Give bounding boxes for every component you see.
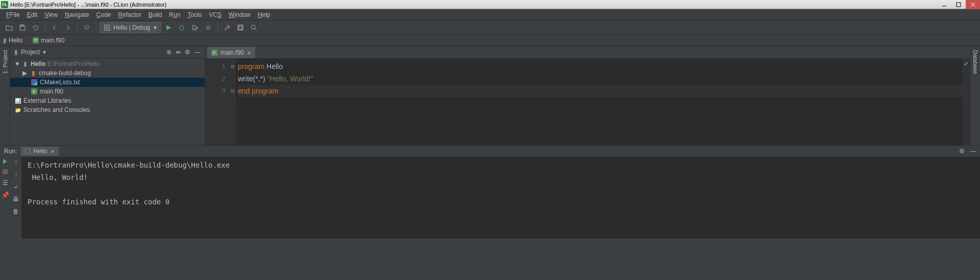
- breadcrumb: ▮ Hello 〉 F main.f90: [0, 35, 980, 46]
- rerun-button[interactable]: [3, 159, 8, 164]
- close-tab-icon[interactable]: ✕: [51, 149, 55, 154]
- svg-point-11: [195, 28, 198, 31]
- forward-icon[interactable]: [62, 22, 74, 33]
- run-config-selector[interactable]: Hello | Debug ▾: [100, 22, 161, 33]
- tree-external-libs[interactable]: External Libraries: [10, 96, 205, 105]
- search-icon[interactable]: [248, 22, 260, 33]
- svg-line-16: [255, 29, 257, 31]
- project-tree[interactable]: ▼ ▮ Hello E:\FortranPro\Hello ▶ ▮ cmake-…: [10, 58, 205, 145]
- back-icon[interactable]: [48, 22, 61, 33]
- menu-window[interactable]: Window: [226, 10, 254, 19]
- svg-rect-1: [957, 3, 961, 7]
- coverage-button[interactable]: [189, 22, 201, 33]
- gear-icon[interactable]: ⚙: [185, 49, 190, 56]
- locate-icon[interactable]: ⊕: [166, 49, 172, 56]
- menu-vcs[interactable]: VCS: [206, 10, 225, 19]
- tree-file-main[interactable]: F main.f90: [10, 87, 205, 96]
- collapse-icon[interactable]: ⇹: [176, 49, 181, 56]
- tree-scratches[interactable]: Scratches and Consoles: [10, 105, 205, 114]
- pin-icon[interactable]: 📌: [2, 192, 9, 199]
- fold-gutter[interactable]: ⊟ ⊟: [230, 58, 236, 145]
- wrap-icon[interactable]: ⤶: [13, 183, 18, 191]
- print-icon[interactable]: 🖶: [13, 196, 19, 203]
- crumb-file[interactable]: F main.f90: [33, 37, 64, 44]
- folder-icon: ▮: [3, 37, 7, 44]
- svg-rect-4: [21, 25, 23, 27]
- panel-title: Project: [21, 49, 40, 56]
- debug-button[interactable]: [176, 22, 188, 33]
- menu-build[interactable]: Build: [145, 10, 165, 19]
- refresh-icon[interactable]: [30, 22, 42, 33]
- target-icon: [25, 149, 30, 154]
- window-title: Hello [E:\FortranPro\Hello] - ...\main.f…: [10, 2, 166, 8]
- right-tool-strip: Database: [970, 46, 980, 145]
- menu-help[interactable]: Help: [255, 10, 274, 19]
- trash-icon[interactable]: 🗑: [13, 208, 19, 215]
- left-tool-strip: 1: Project: [0, 46, 10, 145]
- tree-file-cmakelists[interactable]: CMakeLists.txt: [10, 78, 205, 87]
- svg-point-15: [251, 25, 255, 29]
- run-label: Run:: [4, 148, 17, 155]
- target-icon: [104, 25, 110, 31]
- hide-icon[interactable]: —: [970, 148, 976, 155]
- menu-code[interactable]: Code: [93, 10, 114, 19]
- editor-tab-main[interactable]: F main.f90 ✕: [207, 47, 255, 58]
- up-icon[interactable]: ↑: [14, 159, 17, 166]
- editor-body[interactable]: 1 2 3 ⊟ ⊟ program Hellowrite(*,*) "Hello…: [205, 58, 970, 145]
- minimize-button[interactable]: [937, 0, 951, 9]
- fortran-file-icon: F: [33, 37, 39, 43]
- stop-button[interactable]: [202, 22, 214, 33]
- menu-navigate[interactable]: Navigate: [62, 10, 92, 19]
- svg-rect-12: [206, 26, 210, 30]
- build-icon[interactable]: [81, 22, 93, 33]
- hide-icon[interactable]: —: [194, 49, 201, 56]
- fold-start-icon: ⊟: [230, 60, 236, 73]
- scratch-icon: [14, 107, 21, 113]
- svg-rect-17: [25, 149, 30, 154]
- project-tool-tab[interactable]: 1: Project: [2, 48, 8, 76]
- fortran-file-icon: F: [31, 88, 37, 95]
- menu-bar: FFileFile Edit View Navigate Code Refact…: [0, 9, 980, 20]
- fold-end-icon: ⊟: [230, 85, 236, 97]
- run-tool-col-primary: ☱ 📌: [0, 157, 10, 239]
- down-icon[interactable]: ↓: [14, 171, 17, 178]
- gear-icon[interactable]: ⚙: [959, 148, 965, 155]
- marker-strip: ✔: [963, 58, 970, 145]
- close-button[interactable]: [966, 0, 980, 9]
- menu-edit[interactable]: Edit: [24, 10, 41, 19]
- menu-view[interactable]: View: [41, 10, 61, 19]
- ide-settings-icon[interactable]: [234, 22, 247, 33]
- maximize-button[interactable]: [951, 0, 966, 9]
- layout-icon[interactable]: ☱: [3, 179, 8, 186]
- open-file-icon[interactable]: [3, 22, 15, 33]
- close-tab-icon[interactable]: ✕: [247, 50, 251, 56]
- cmake-icon: [31, 79, 37, 85]
- code-area[interactable]: program Hellowrite(*,*) "Hello, World!"e…: [236, 58, 963, 145]
- analysis-ok-icon: ✔: [964, 60, 969, 67]
- database-tool-tab[interactable]: Database: [972, 48, 978, 76]
- chevron-down-icon: ▾: [154, 24, 157, 31]
- menu-run[interactable]: Run: [166, 10, 183, 19]
- stop-button[interactable]: [3, 169, 8, 174]
- run-tool-col-secondary: ↑ ↓ ⤶ 🖶 🗑: [10, 157, 21, 239]
- fortran-file-icon: F: [211, 50, 217, 56]
- wrench-icon[interactable]: [221, 22, 233, 33]
- svg-point-6: [106, 27, 108, 29]
- menu-tools[interactable]: Tools: [184, 10, 205, 19]
- run-config-label: Hello | Debug: [113, 24, 151, 31]
- save-icon[interactable]: [16, 22, 29, 33]
- crumb-project[interactable]: ▮ Hello: [3, 37, 22, 44]
- menu-file[interactable]: FFileFile: [3, 10, 23, 19]
- tree-folder-build[interactable]: ▶ ▮ cmake-build-debug: [10, 68, 205, 78]
- library-icon: [14, 98, 21, 104]
- app-icon: CL: [1, 1, 8, 8]
- chevron-down-icon[interactable]: ▾: [43, 49, 46, 56]
- run-button[interactable]: [162, 22, 175, 33]
- run-tab[interactable]: Hello ✕: [21, 147, 58, 156]
- menu-refactor[interactable]: Refactor: [115, 10, 144, 19]
- svg-rect-5: [105, 25, 110, 30]
- console-output[interactable]: E:\FortranPro\Hello\cmake-build-debug\He…: [21, 157, 980, 239]
- line-gutter: 1 2 3: [205, 58, 230, 145]
- svg-rect-14: [239, 26, 242, 29]
- tree-root[interactable]: ▼ ▮ Hello E:\FortranPro\Hello: [10, 59, 205, 68]
